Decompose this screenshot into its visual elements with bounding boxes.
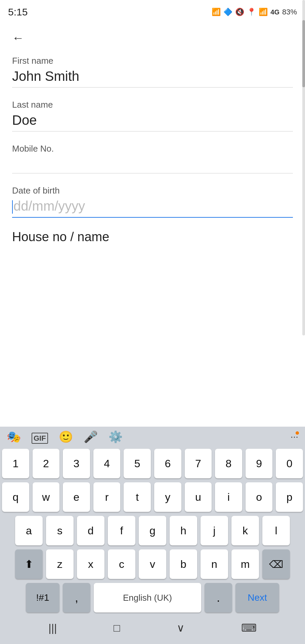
next-key[interactable]: Next [235,583,279,612]
key-n[interactable]: n [201,549,228,579]
key-c[interactable]: c [108,549,135,579]
comma-key[interactable]: , [63,583,90,612]
key-s[interactable]: s [46,516,74,545]
key-5[interactable]: 5 [124,449,151,478]
key-l[interactable]: l [262,516,290,545]
scrollbar[interactable] [302,0,305,335]
key-1[interactable]: 1 [2,449,29,478]
key-a[interactable]: a [15,516,43,545]
symbol-key[interactable]: !#1 [26,583,59,612]
asdf-row: a s d f g h j k l [0,514,305,547]
backspace-key[interactable]: ⌫ [262,549,290,579]
gif-label: GIF [32,433,48,444]
key-p[interactable]: p [276,482,303,512]
key-j[interactable]: j [201,516,228,545]
key-o[interactable]: o [246,482,273,512]
keyboard: 🎭 GIF 🙂 🎤 ⚙️ ··· 1 2 3 4 5 6 7 8 9 0 q w… [0,427,305,644]
nav-keyboard-icon[interactable]: ⌨ [241,622,257,634]
wifi-icon: 📶 [259,8,268,16]
key-r[interactable]: r [93,482,121,512]
nav-home-icon[interactable]: □ [114,622,120,634]
notification-dot [296,431,299,435]
nav-recents-icon[interactable]: ∨ [177,622,184,634]
qwerty-row: q w e r t y u i o p [0,480,305,514]
key-2[interactable]: 2 [33,449,60,478]
mobile-label: Mobile No. [12,144,293,154]
status-icons: 📶 🔷 🔇 📍 📶 4G 83% [212,8,297,16]
key-7[interactable]: 7 [185,449,212,478]
key-v[interactable]: v [139,549,166,579]
battery-icon: 83% [282,8,297,16]
signal-icon: 📶 [212,8,221,16]
form-area: ← First name John Smith Last name Doe Mo… [0,24,305,263]
key-w[interactable]: w [33,482,60,512]
gif-icon[interactable]: GIF [32,430,48,443]
key-3[interactable]: 3 [63,449,90,478]
key-4[interactable]: 4 [93,449,121,478]
key-t[interactable]: t [124,482,151,512]
first-name-field: First name John Smith [12,56,293,88]
key-b[interactable]: b [170,549,197,579]
space-key[interactable]: English (UK) [94,583,201,612]
dob-label: Date of birth [12,185,293,196]
key-e[interactable]: e [63,482,90,512]
house-label: House no / name [12,230,293,244]
more-icon[interactable]: ··· [291,431,298,442]
keyboard-toolbar: 🎭 GIF 🙂 🎤 ⚙️ ··· [0,427,305,447]
settings-icon[interactable]: ⚙️ [108,430,123,443]
status-time: 5:15 [8,6,28,18]
key-z[interactable]: z [46,549,74,579]
last-name-value[interactable]: Doe [12,113,293,131]
system-nav-bar: ||| □ ∨ ⌨ [0,614,305,641]
bottom-row: !#1 , English (UK) . Next [0,581,305,614]
mobile-input[interactable] [12,157,293,173]
last-name-field: Last name Doe [12,100,293,131]
key-0[interactable]: 0 [276,449,303,478]
location-icon: 📍 [247,8,256,16]
first-name-label: First name [12,56,293,66]
nav-back-icon[interactable]: ||| [48,622,57,634]
status-bar: 5:15 📶 🔷 🔇 📍 📶 4G 83% [0,0,305,24]
period-key[interactable]: . [205,583,232,612]
last-name-label: Last name [12,100,293,110]
number-row: 1 2 3 4 5 6 7 8 9 0 [0,447,305,480]
key-d[interactable]: d [77,516,104,545]
key-8[interactable]: 8 [215,449,242,478]
emoji-icon[interactable]: 🙂 [59,430,73,443]
key-k[interactable]: k [231,516,259,545]
key-h[interactable]: h [170,516,197,545]
backspace-icon: ⌫ [269,558,283,570]
key-y[interactable]: y [154,482,181,512]
dob-field: Date of birth dd/mm/yyyy [12,185,293,218]
zxcv-row: ⬆ z x c v b n m ⌫ [0,547,305,581]
key-g[interactable]: g [139,516,166,545]
dob-placeholder: dd/mm/yyyy [13,199,85,213]
data-icon: 4G [270,8,279,16]
key-x[interactable]: x [77,549,104,579]
bluetooth-icon: 🔷 [223,8,232,16]
scrollbar-thumb[interactable] [302,20,305,87]
back-button[interactable]: ← [12,31,24,45]
key-9[interactable]: 9 [246,449,273,478]
first-name-value[interactable]: John Smith [12,69,293,88]
key-i[interactable]: i [215,482,242,512]
house-field: House no / name [12,230,293,244]
text-cursor [12,200,13,214]
dob-input[interactable]: dd/mm/yyyy [12,199,293,218]
back-arrow-icon: ← [12,31,24,45]
shift-icon: ⬆ [25,558,34,571]
key-6[interactable]: 6 [154,449,181,478]
key-u[interactable]: u [185,482,212,512]
key-m[interactable]: m [231,549,259,579]
mobile-field: Mobile No. [12,144,293,173]
key-q[interactable]: q [2,482,29,512]
microphone-icon[interactable]: 🎤 [84,430,98,443]
sticker-icon[interactable]: 🎭 [7,430,21,443]
volume-icon: 🔇 [235,8,244,16]
key-f[interactable]: f [108,516,135,545]
shift-key[interactable]: ⬆ [15,549,43,579]
